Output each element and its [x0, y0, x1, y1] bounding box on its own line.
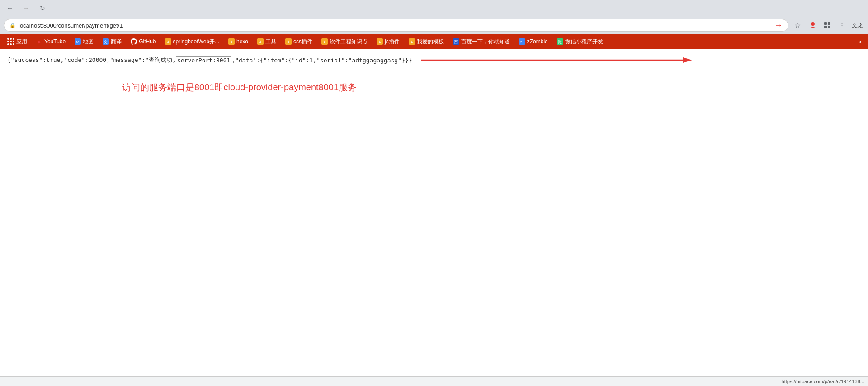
- software-label: 软件工程知识点: [330, 38, 368, 46]
- forward-button[interactable]: →: [20, 2, 33, 14]
- template-label: 我爱的模板: [417, 38, 444, 46]
- svg-text:★: ★: [323, 40, 326, 44]
- tools-label: 工具: [265, 38, 276, 46]
- maps-icon: M: [75, 38, 81, 45]
- annotation-label: 访问的服务端口是8001即cloud-provider-payment8001服…: [122, 82, 357, 92]
- apps-grid-icon: [7, 38, 14, 45]
- bookmarks-more-button[interactable]: »: [855, 37, 864, 46]
- css-icon: ★: [285, 38, 292, 45]
- baidu-icon: 百: [453, 38, 459, 45]
- address-bar[interactable]: 🔒 localhost:8000/consumer/payment/get/1 …: [4, 19, 788, 32]
- svg-text:★: ★: [230, 40, 233, 44]
- svg-rect-1: [824, 22, 827, 25]
- bookmark-baidu[interactable]: 百 百度一下，你就知道: [449, 37, 514, 47]
- bookmark-maps[interactable]: M 地图: [71, 37, 97, 47]
- json-response-text: {"success":true,"code":20000,"message":"…: [4, 54, 415, 66]
- translate-label: 翻译: [111, 38, 122, 46]
- bookmark-star-button[interactable]: ☆: [791, 19, 804, 32]
- springboot-icon: ★: [165, 38, 171, 45]
- bookmark-youtube[interactable]: ▶ YouTube: [33, 38, 69, 46]
- wechat-label: 微信小程序开发: [565, 38, 603, 46]
- bookmark-wechat[interactable]: 微 微信小程序开发: [553, 37, 607, 47]
- software-icon: ★: [321, 38, 328, 45]
- svg-rect-4: [828, 26, 830, 28]
- reload-button[interactable]: ↻: [36, 2, 49, 14]
- zzombie-icon: z: [519, 38, 525, 45]
- svg-text:★: ★: [410, 40, 414, 44]
- css-label: css插件: [293, 38, 312, 46]
- zzombie-label: zZombie: [527, 38, 548, 45]
- main-content: {"success":true,"code":20000,"message":"…: [0, 49, 868, 97]
- github-label: GitHub: [139, 38, 156, 45]
- svg-text:文: 文: [104, 40, 108, 44]
- svg-text:z: z: [520, 40, 523, 44]
- hexo-icon: ★: [228, 38, 235, 45]
- svg-text:★: ★: [287, 40, 290, 44]
- svg-text:★: ★: [166, 40, 170, 44]
- js-icon: ★: [377, 38, 383, 45]
- bookmark-js[interactable]: ★ js插件: [373, 37, 403, 47]
- json-before-highlight: {"success":true,"code":20000,"message":"…: [7, 56, 176, 64]
- svg-point-0: [811, 22, 815, 26]
- github-icon: [131, 38, 137, 45]
- status-bar: https://bitpace.com/p/eat/c/1914138...: [0, 376, 868, 386]
- js-label: js插件: [385, 38, 400, 46]
- bookmarks-bar: 应用 ▶ YouTube M 地图 文 翻译 GitHub ★ spri: [0, 34, 868, 49]
- bookmark-software[interactable]: ★ 软件工程知识点: [318, 37, 371, 47]
- bookmark-css[interactable]: ★ css插件: [282, 37, 316, 47]
- svg-text:微: 微: [558, 40, 562, 44]
- svg-text:M: M: [76, 40, 80, 44]
- svg-text:百: 百: [454, 40, 458, 44]
- apps-label: 应用: [16, 38, 27, 46]
- bookmark-hexo[interactable]: ★ hexo: [225, 38, 252, 46]
- maps-label: 地图: [83, 38, 94, 46]
- url-text: localhost:8000/consumer/payment/get/1: [19, 22, 771, 29]
- response-arrow: [421, 56, 692, 65]
- svg-rect-2: [828, 22, 830, 25]
- arrow-svg: [421, 56, 692, 65]
- svg-marker-30: [683, 57, 692, 63]
- bookmark-tools[interactable]: ★ 工具: [254, 37, 280, 47]
- springboot-label: springbootWeb开...: [173, 38, 220, 46]
- server-port-highlight: serverPort:8001: [176, 56, 231, 64]
- tools-icon: ★: [257, 38, 264, 45]
- menu-button[interactable]: ⋮: [835, 19, 848, 32]
- bookmark-zzombie[interactable]: z zZombie: [515, 38, 552, 46]
- back-button[interactable]: ←: [4, 2, 16, 14]
- youtube-icon: ▶: [36, 38, 42, 45]
- language-label: 文龙: [850, 21, 864, 30]
- extensions-icon[interactable]: [821, 19, 834, 32]
- annotation-text: 访问的服务端口是8001即cloud-provider-payment8001服…: [0, 68, 868, 94]
- bookmark-apps[interactable]: 应用: [4, 37, 31, 47]
- svg-rect-3: [824, 26, 827, 28]
- profile-icon[interactable]: [807, 19, 819, 32]
- template-icon: ★: [409, 38, 415, 45]
- hexo-label: hexo: [236, 38, 248, 45]
- json-after-highlight: ,"data":{"item":{"id":1,"serial":"adfgga…: [231, 57, 412, 64]
- wechat-icon: 微: [557, 38, 563, 45]
- svg-text:★: ★: [259, 40, 262, 44]
- toolbar-icons: ⋮ 文龙: [807, 19, 864, 32]
- json-response-container: {"success":true,"code":20000,"message":"…: [0, 52, 868, 68]
- browser-nav-bar: ← → ↻: [0, 0, 868, 16]
- svg-text:★: ★: [378, 40, 382, 44]
- translate-icon: 文: [103, 38, 109, 45]
- bookmark-github[interactable]: GitHub: [127, 38, 159, 46]
- baidu-label: 百度一下，你就知道: [461, 38, 510, 46]
- address-bar-row: 🔒 localhost:8000/consumer/payment/get/1 …: [0, 16, 868, 34]
- url-arrow-annotation: →: [774, 21, 783, 30]
- bookmark-springboot[interactable]: ★ springbootWeb开...: [161, 37, 223, 47]
- bookmark-translate[interactable]: 文 翻译: [99, 37, 125, 47]
- youtube-label: YouTube: [44, 38, 66, 45]
- status-url: https://bitpace.com/p/eat/c/1914138...: [782, 379, 864, 384]
- bookmark-template[interactable]: ★ 我爱的模板: [405, 37, 448, 47]
